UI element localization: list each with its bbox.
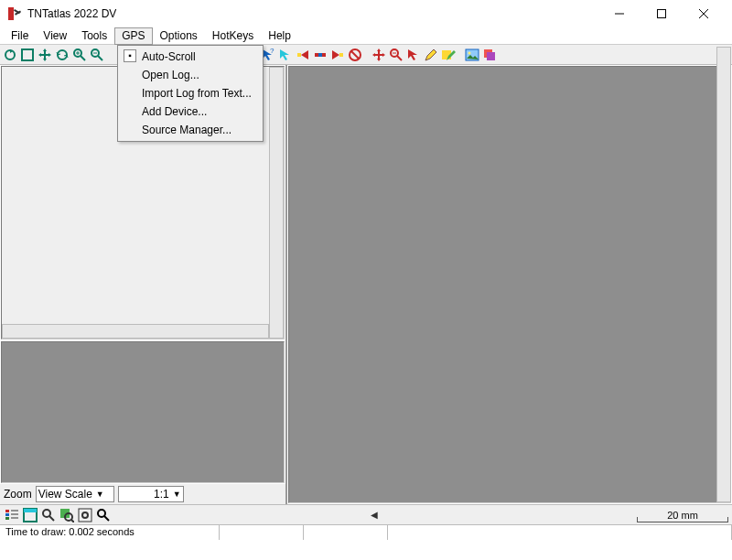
zoom-row: Zoom View Scale ▼ 1:1 ▼: [0, 484, 285, 504]
close-button[interactable]: [683, 0, 725, 27]
checkbox-icon: ▪: [124, 49, 136, 62]
pan-icon[interactable]: [37, 47, 53, 63]
gps-add-device[interactable]: Add Device...: [120, 102, 261, 121]
status-cell-2: [220, 525, 304, 540]
status-cell-4: [388, 525, 732, 540]
zoom-mode-value: View Scale: [38, 488, 92, 501]
svg-line-48: [104, 516, 109, 521]
svg-rect-32: [5, 510, 9, 512]
gps-source-manager[interactable]: Source Manager...: [120, 121, 261, 139]
tree-scrollbar-vertical[interactable]: [269, 67, 284, 339]
sync-icon[interactable]: [54, 47, 70, 63]
svg-rect-20: [322, 53, 326, 57]
preview-pane[interactable]: [1, 341, 285, 483]
gps-open-log[interactable]: Open Log...: [120, 66, 261, 84]
map-zoom-icon[interactable]: [59, 507, 75, 523]
frame-icon[interactable]: [19, 47, 36, 63]
bottom-toolbar: ◀ 20 mm: [0, 504, 732, 524]
menu-help[interactable]: Help: [261, 27, 298, 45]
svg-rect-33: [5, 513, 9, 516]
svg-rect-19: [318, 53, 322, 57]
svg-rect-8: [22, 49, 33, 60]
scale-bar: 20 mm: [637, 510, 728, 521]
window-controls: [598, 0, 725, 27]
gps-auto-scroll[interactable]: ▪ Auto-Scroll: [120, 48, 261, 66]
gps-dropdown: ▪ Auto-Scroll Open Log... Import Log fro…: [117, 45, 264, 142]
svg-rect-0: [8, 7, 14, 20]
svg-rect-39: [24, 509, 37, 512]
move-red-icon[interactable]: [371, 47, 387, 63]
menu-file[interactable]: File: [4, 27, 36, 45]
menu-view[interactable]: View: [36, 27, 74, 45]
svg-line-44: [71, 520, 74, 522]
layers-icon[interactable]: [481, 47, 498, 63]
tree-scrollbar-horizontal[interactable]: [2, 324, 269, 339]
zoom-dark-icon[interactable]: [95, 507, 112, 523]
svg-rect-21: [339, 53, 343, 57]
gps-import-log[interactable]: Import Log from Text...: [120, 84, 261, 102]
zoom-in-icon[interactable]: [71, 47, 88, 63]
zoom-value-combo[interactable]: 1:1 ▼: [118, 486, 184, 502]
svg-point-40: [43, 510, 50, 517]
main-toolbar: ?: [0, 45, 732, 65]
view-scrollbar-vertical[interactable]: [716, 47, 731, 502]
menu-gps[interactable]: GPS: [114, 27, 152, 45]
svg-rect-45: [79, 509, 92, 522]
svg-rect-34: [5, 517, 9, 520]
main-area: Zoom View Scale ▼ 1:1 ▼: [0, 65, 732, 504]
menu-hotkeys[interactable]: HotKeys: [205, 27, 261, 45]
no-entry-icon[interactable]: [347, 47, 363, 63]
svg-point-46: [82, 512, 88, 518]
svg-rect-4: [658, 10, 666, 18]
pointer-cyan-icon[interactable]: [277, 47, 294, 63]
collapse-left-icon[interactable]: ◀: [370, 510, 379, 520]
flag-right-icon[interactable]: [329, 47, 346, 63]
flag-left-icon[interactable]: [295, 47, 311, 63]
zoom-extents-icon[interactable]: [77, 507, 93, 523]
legend-icon[interactable]: [4, 507, 20, 523]
window-green-icon[interactable]: [22, 507, 38, 523]
zoom-tool-icon[interactable]: [40, 507, 57, 523]
flag-center-icon[interactable]: [312, 47, 328, 63]
menu-tools[interactable]: Tools: [74, 27, 114, 45]
image-icon[interactable]: [464, 47, 480, 63]
zoom-value: 1:1: [154, 488, 169, 501]
svg-point-29: [468, 51, 471, 54]
maximize-button[interactable]: [640, 0, 683, 27]
edit-layer-icon[interactable]: [440, 47, 457, 63]
svg-line-10: [81, 56, 85, 60]
menu-options[interactable]: Options: [153, 27, 205, 45]
zoom-out-icon[interactable]: [89, 47, 105, 63]
svg-rect-31: [487, 52, 495, 60]
menu-label: Auto-Scroll: [142, 50, 196, 63]
status-draw-time: Time to draw: 0.002 seconds: [0, 525, 220, 540]
title-bar: TNTatlas 2022 DV: [0, 0, 732, 27]
svg-line-14: [98, 56, 102, 60]
app-icon: [7, 6, 22, 21]
svg-line-23: [351, 51, 359, 59]
svg-line-25: [397, 56, 402, 60]
svg-rect-17: [297, 53, 301, 57]
zoom-mode-combo[interactable]: View Scale ▼: [36, 486, 114, 502]
map-view[interactable]: [288, 66, 731, 503]
svg-text:?: ?: [270, 48, 274, 55]
pencil-icon[interactable]: [423, 47, 439, 63]
menu-bar: File View Tools GPS Options HotKeys Help: [0, 27, 732, 45]
pointer-red-icon[interactable]: [405, 47, 422, 63]
status-bar: Time to draw: 0.002 seconds: [0, 524, 732, 540]
window-title: TNTatlas 2022 DV: [27, 7, 598, 20]
minimize-button[interactable]: [598, 0, 640, 27]
svg-line-41: [49, 516, 54, 521]
status-cell-3: [304, 525, 388, 540]
refresh-icon[interactable]: [2, 47, 18, 63]
zoom-red-icon[interactable]: [388, 47, 404, 63]
chevron-down-icon: ▼: [96, 490, 104, 499]
chevron-down-icon: ▼: [173, 490, 181, 499]
svg-rect-18: [315, 53, 318, 57]
svg-point-47: [98, 510, 105, 517]
zoom-label: Zoom: [4, 488, 32, 501]
